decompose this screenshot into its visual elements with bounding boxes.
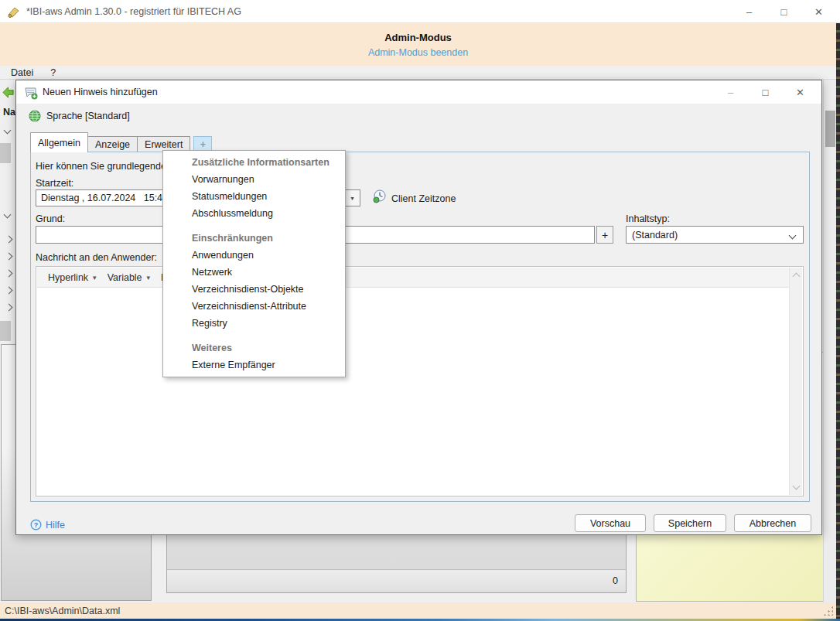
- scroll-down-icon[interactable]: [793, 483, 801, 490]
- dropdown-arrow-icon: ▾: [147, 274, 151, 281]
- cancel-button[interactable]: Abbrechen: [734, 514, 811, 532]
- editor-scrollbar[interactable]: [789, 268, 802, 495]
- window-title: *IBI-aws Admin 1.30.0 - registriert für …: [26, 6, 241, 17]
- count-strip: 0: [167, 569, 626, 592]
- menu-help[interactable]: ?: [44, 67, 62, 78]
- dialog-titlebar: Neuen Hinweis hinzufügen – □ ✕: [16, 80, 821, 104]
- message-editor-content[interactable]: [37, 288, 789, 495]
- dialog-close-button[interactable]: ✕: [783, 80, 818, 104]
- hyperlink-dropdown-button[interactable]: Hyperlink ▾: [48, 272, 97, 283]
- resize-grip[interactable]: [823, 606, 833, 616]
- menu-item-anwendungen[interactable]: Anwendungen: [163, 247, 345, 264]
- help-label: Hilfe: [46, 520, 65, 531]
- dropdown-arrow-icon: ▾: [93, 274, 97, 281]
- minimize-button[interactable]: –: [732, 0, 767, 23]
- menu-item-statusmeldungen[interactable]: Statusmeldungen: [163, 188, 345, 205]
- help-link[interactable]: ? Hilfe: [30, 519, 65, 531]
- globe-icon: [29, 110, 41, 122]
- grund-label: Grund:: [36, 213, 65, 224]
- variable-dropdown-button[interactable]: Variable ▾: [108, 272, 150, 283]
- menu-datei[interactable]: Datei: [5, 67, 39, 78]
- intro-text-fragment: Hier können Sie grundlegende Ei: [36, 161, 177, 172]
- app-icon: [7, 5, 21, 19]
- scrollbar-thumb[interactable]: [825, 111, 835, 147]
- statusbar-path: C:\IBI-aws\Admin\Data.xml: [5, 606, 120, 616]
- menu-item-abschlussmeldung[interactable]: Abschlussmeldung: [163, 205, 345, 222]
- menu-item-registry[interactable]: Registry: [163, 315, 345, 332]
- menu-section-header: Zusätzliche Informationsarten: [163, 154, 345, 171]
- menu-section-header: Weiteres: [163, 340, 345, 357]
- list-item-fragment[interactable]: [0, 321, 11, 341]
- statusbar: C:\IBI-aws\Admin\Data.xml: [0, 602, 836, 619]
- tab-allgemein[interactable]: Allgemein: [30, 132, 88, 152]
- dialog-minimize-button[interactable]: –: [713, 80, 748, 104]
- back-arrow-icon[interactable]: [2, 86, 15, 99]
- main-menubar: Datei ?: [0, 66, 836, 80]
- menu-item-verzeichnisdienst-attribute[interactable]: Verzeichnisdienst-Attribute: [163, 298, 345, 315]
- save-button[interactable]: Speichern: [654, 514, 726, 532]
- list-selection-fragment[interactable]: [0, 143, 11, 163]
- editor-toolbar: Hyperlink ▾ Variable ▾ Be: [37, 268, 802, 288]
- main-vertical-scrollbar[interactable]: [823, 80, 836, 602]
- admin-mode-banner: Admin-Modus Admin-Modus beenden: [0, 23, 836, 66]
- scroll-up-icon[interactable]: [793, 273, 801, 281]
- admin-mode-exit-link[interactable]: Admin-Modus beenden: [368, 47, 468, 58]
- desktop-sliver: [836, 23, 840, 619]
- startzeit-label: Startzeit:: [36, 178, 73, 189]
- menu-item-verzeichnisdienst-objekte[interactable]: Verzeichnisdienst-Objekte: [163, 281, 345, 298]
- language-bar-label: Sprache [Standard]: [46, 111, 130, 121]
- language-bar[interactable]: Sprache [Standard]: [29, 110, 130, 122]
- svg-text:?: ?: [34, 521, 39, 529]
- menu-item-netzwerk[interactable]: Netzwerk: [163, 264, 345, 281]
- nachricht-label: Nachricht an den Anwender:: [36, 252, 157, 263]
- message-editor: Hyperlink ▾ Variable ▾ Be: [36, 266, 804, 496]
- dialog-maximize-button[interactable]: □: [748, 80, 783, 104]
- client-timezone-label: Client Zeitzone: [391, 193, 456, 204]
- inhaltstyp-select[interactable]: (Standard): [626, 226, 804, 244]
- dialog-title: Neuen Hinweis hinzufügen: [43, 87, 158, 97]
- admin-mode-heading: Admin-Modus: [0, 32, 836, 43]
- menu-section-header: Einschränkungen: [163, 230, 345, 247]
- chevron-down-icon: [789, 232, 797, 240]
- inhaltstyp-value: (Standard): [632, 230, 678, 241]
- add-information-menu: Zusätzliche Informationsarten Vorwarnung…: [162, 150, 346, 377]
- grund-add-button[interactable]: +: [596, 226, 613, 244]
- close-button[interactable]: ✕: [801, 0, 836, 23]
- inhaltstyp-label: Inhaltstyp:: [626, 213, 670, 224]
- menu-item-vorwarnungen[interactable]: Vorwarnungen: [163, 171, 345, 188]
- list-column-header-fragment: Na: [3, 107, 15, 118]
- menu-item-externe-empfaenger[interactable]: Externe Empfänger: [163, 357, 345, 374]
- main-titlebar: *IBI-aws Admin 1.30.0 - registriert für …: [0, 0, 840, 23]
- startzeit-dropdown-icon[interactable]: ▼: [344, 190, 360, 206]
- preview-button[interactable]: Vorschau: [575, 514, 646, 532]
- client-timezone-icon: [373, 189, 387, 203]
- maximize-button[interactable]: □: [767, 0, 801, 23]
- tab-anzeige[interactable]: Anzeige: [87, 136, 138, 152]
- count-value: 0: [613, 575, 618, 586]
- add-notice-icon: [24, 86, 38, 100]
- add-notice-dialog: Neuen Hinweis hinzufügen – □ ✕ Sprache […: [15, 80, 822, 535]
- help-icon: ?: [30, 519, 42, 531]
